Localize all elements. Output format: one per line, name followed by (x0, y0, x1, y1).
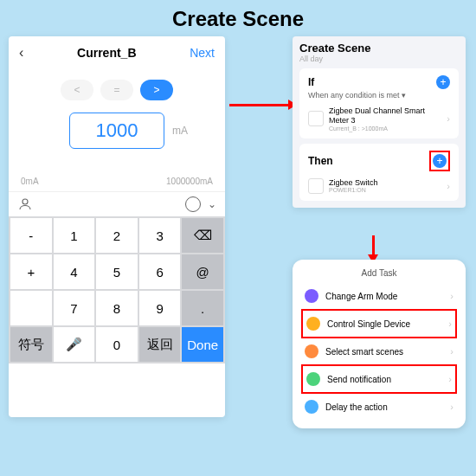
add-task-button[interactable]: + (433, 154, 447, 168)
chevron-right-icon: › (450, 291, 453, 301)
condition-row[interactable]: Zigbee Dual Channel Smart Meter 3 Curren… (308, 106, 450, 132)
collapse-icon[interactable]: ⌄ (208, 198, 216, 210)
value-editor-panel: ‹ Current_B Next < = > 1000 mA 0mA 10000… (9, 36, 225, 417)
bulb-icon (306, 317, 320, 331)
key-0[interactable]: 0 (96, 327, 138, 362)
range-min: 0mA (21, 177, 39, 186)
keyboard: - 1 2 3 ⌫ + 4 5 6 @ 7 8 9 . 符号 🎤 0 返回 Do… (9, 216, 225, 363)
svg-point-0 (23, 199, 28, 204)
input-bar: ⌄ (9, 191, 225, 216)
less-than-button[interactable]: < (61, 80, 93, 100)
action-row[interactable]: Zigbee Switch POWER1:ON › (308, 178, 450, 194)
key-7[interactable]: 7 (54, 291, 95, 325)
key-mic[interactable]: 🎤 (54, 327, 95, 362)
profile-icon (17, 196, 33, 212)
next-button[interactable]: Next (190, 46, 215, 60)
arrow-right-icon (229, 104, 290, 106)
value-input[interactable]: 1000 mA (69, 113, 164, 149)
add-task-panel: Add Task Change Arm Mode › Control Singl… (293, 260, 466, 428)
page-title: Create Scene (0, 0, 476, 38)
key-backspace[interactable]: ⌫ (182, 218, 223, 253)
chevron-right-icon: › (447, 181, 450, 191)
switch-icon (308, 178, 324, 194)
device-name: Zigbee Switch (329, 178, 441, 188)
key-2[interactable]: 2 (96, 218, 138, 253)
chevron-right-icon: › (448, 318, 452, 329)
equals-button[interactable]: = (100, 80, 133, 100)
add-condition-button[interactable]: + (436, 75, 450, 89)
condition-mode[interactable]: When any condition is met ▾ (308, 91, 450, 100)
clock-icon (305, 400, 318, 414)
task-change-arm-mode[interactable]: Change Arm Mode › (301, 283, 457, 309)
meter-icon (308, 111, 324, 126)
header-title: Current_B (77, 46, 136, 60)
back-button[interactable]: ‹ (19, 45, 23, 61)
key-done[interactable]: Done (182, 327, 223, 362)
then-card: Then + Zigbee Switch POWER1:ON › (299, 144, 459, 201)
value-text: 1000 (96, 119, 138, 142)
key-1[interactable]: 1 (54, 218, 95, 253)
task-select-smart-scenes[interactable]: Select smart scenes › (301, 338, 457, 364)
scene-icon (305, 344, 318, 358)
if-card: If + When any condition is met ▾ Zigbee … (299, 68, 459, 138)
task-send-notification[interactable]: Send notification › (301, 364, 457, 394)
key-9[interactable]: 9 (139, 291, 181, 325)
key-6[interactable]: 6 (139, 254, 181, 289)
key-plus[interactable]: + (10, 254, 52, 289)
greater-than-button[interactable]: > (140, 80, 173, 100)
task-delay-action[interactable]: Delay the action › (301, 394, 457, 420)
arrow-down-icon (372, 235, 375, 256)
scene-subtitle: All day (299, 55, 459, 63)
key-at[interactable]: @ (182, 254, 223, 289)
chevron-right-icon: › (450, 402, 453, 412)
chevron-right-icon: › (447, 113, 450, 124)
unit-label: mA (172, 125, 188, 137)
key-4[interactable]: 4 (54, 254, 95, 289)
chevron-right-icon: › (450, 346, 453, 357)
phone-icon (306, 372, 320, 386)
key-3[interactable]: 3 (139, 218, 181, 253)
key-minus[interactable]: - (10, 218, 52, 253)
key-8[interactable]: 8 (96, 291, 138, 325)
device-sub: Current_B : >1000mA (329, 125, 441, 132)
chevron-right-icon: › (448, 374, 452, 384)
emoji-icon[interactable] (185, 196, 201, 212)
key-return[interactable]: 返回 (139, 327, 181, 362)
create-scene-panel: Create Scene All day If + When any condi… (293, 36, 466, 208)
key-symbol[interactable]: 符号 (10, 327, 52, 362)
task-control-single-device[interactable]: Control Single Device › (301, 309, 457, 338)
key-blank[interactable] (10, 291, 52, 325)
scene-title: Create Scene (299, 42, 459, 55)
device-name: Zigbee Dual Channel Smart Meter 3 (329, 106, 441, 125)
text-field[interactable] (40, 196, 178, 213)
shield-icon (305, 289, 318, 303)
key-5[interactable]: 5 (96, 254, 138, 289)
add-task-title: Add Task (301, 268, 457, 283)
then-label: Then (308, 155, 333, 167)
device-sub: POWER1:ON (329, 187, 441, 193)
range-max: 1000000mA (166, 177, 213, 186)
key-dot[interactable]: . (182, 291, 223, 325)
if-label: If (308, 76, 314, 88)
